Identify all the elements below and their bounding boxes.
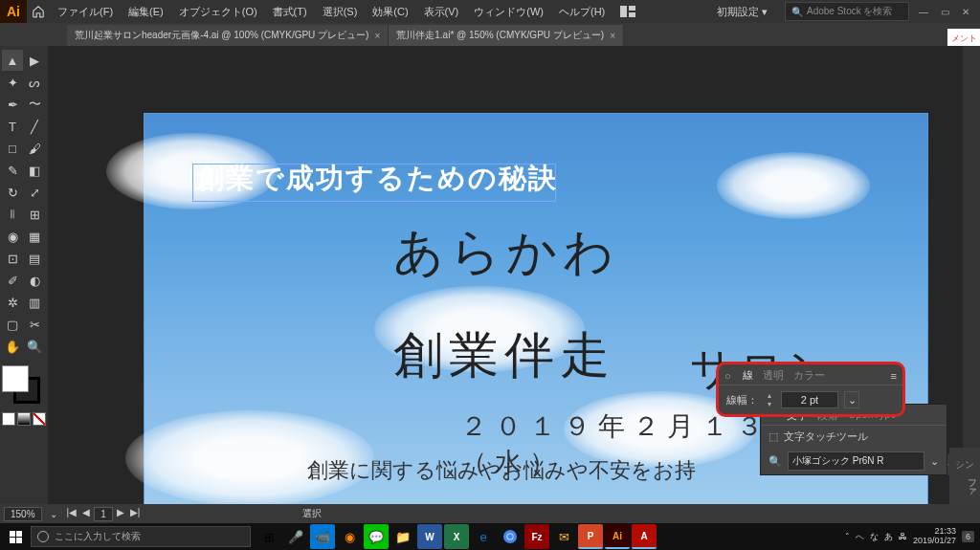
windows-search-input[interactable]: ここに入力して検索 [31,526,251,547]
type-tool[interactable]: T [2,116,23,137]
eraser-tool[interactable]: ◧ [24,160,45,181]
taskbar-app-edge[interactable]: e [471,524,496,549]
fill-swatch[interactable] [2,365,29,392]
menu-window[interactable]: ウィンドウ(W) [466,5,551,19]
home-icon[interactable] [27,0,50,23]
panel-menu-icon[interactable]: ≡ [891,370,897,382]
fill-stroke-swatches[interactable] [2,365,44,407]
free-transform-tool[interactable]: ⊞ [24,204,45,225]
artboard-prev[interactable]: ◀ [80,507,92,521]
color-mode-normal[interactable] [2,412,15,426]
tray-network-icon[interactable]: 🖧 [899,532,907,541]
taskbar-app-acrobat[interactable]: A [632,524,657,549]
taskbar-app-filezilla[interactable]: Fz [524,524,549,549]
subtitle-text[interactable]: 創業に関する悩みやお悩みや不安をお持 [307,456,696,485]
artboard-first[interactable]: |◀ [65,507,79,521]
chevron-down-icon[interactable]: ⌄ [930,455,939,468]
paintbrush-tool[interactable]: 🖌 [24,138,45,159]
taskbar-app-zoom[interactable]: 📹 [310,524,335,549]
shape-builder-tool[interactable]: ◉ [2,226,23,247]
graph-tool[interactable]: ▥ [24,292,45,313]
taskbar-app-illustrator[interactable]: Ai [605,524,630,549]
font-family-select[interactable]: 小塚ゴシック Pr6N R [788,451,924,471]
zoom-level[interactable]: 150% [4,507,42,521]
stroke-weight-input[interactable] [781,391,838,408]
maximize-button[interactable]: ▭ [934,3,955,20]
start-button[interactable] [0,523,31,550]
color-mode-gradient[interactable] [17,412,31,426]
menu-view[interactable]: 表示(V) [416,5,467,19]
line-tool[interactable]: ╱ [24,116,45,137]
rectangle-tool[interactable]: □ [2,138,23,159]
tray-ime-icon[interactable]: な [870,531,879,543]
selection-tool[interactable]: ▲ [2,50,23,71]
hand-tool[interactable]: ✋ [2,336,23,357]
artboard-number[interactable]: 1 [94,507,113,521]
blend-tool[interactable]: ◐ [24,270,45,291]
gradient-tool[interactable]: ▤ [24,248,45,269]
body-text-1[interactable]: あらかわ [393,219,619,286]
magic-wand-tool[interactable]: ✦ [2,72,23,93]
mic-icon[interactable]: 🎤 [283,524,308,549]
tab-close-icon[interactable]: × [374,31,380,41]
direct-selection-tool[interactable]: ▶ [24,50,45,71]
mesh-tool[interactable]: ⊡ [2,248,23,269]
document-tab-active[interactable]: 荒川伴走1.ai* @ 150% (CMYK/GPU プレビュー) × [389,25,624,46]
tab-close-icon[interactable]: × [610,31,615,41]
symbol-sprayer-tool[interactable]: ✲ [2,292,23,313]
curvature-tool[interactable]: 〜 [24,94,45,115]
taskbar-app-word[interactable]: W [417,524,442,549]
shaper-tool[interactable]: ✎ [2,160,23,181]
panel-tab-stroke[interactable]: 線 [743,368,753,383]
panel-tab-transparency[interactable]: 透明 [763,368,784,383]
menu-edit[interactable]: 編集(E) [121,5,171,19]
pen-tool[interactable]: ✒ [2,94,23,115]
zoom-dropdown-icon[interactable]: ⌄ [50,509,57,519]
eyedropper-tool[interactable]: ✐ [2,270,23,291]
tab-symbols[interactable]: シン [955,458,974,472]
artboard-next[interactable]: ▶ [115,507,126,521]
taskbar-app-powerpoint[interactable]: P [578,524,603,549]
taskbar-app-chrome[interactable] [498,524,523,549]
panel-tab-color[interactable]: カラー [793,368,825,383]
artboard-tool[interactable]: ▢ [2,314,23,335]
taskbar-app-thunderbird[interactable]: ✉ [551,524,576,549]
color-mode-none[interactable] [33,412,46,426]
width-tool[interactable]: ⫴ [2,204,23,225]
menu-help[interactable]: ヘルプ(H) [551,5,612,19]
rotate-tool[interactable]: ↻ [2,182,23,203]
notification-center[interactable]: 6 [962,531,974,542]
menu-select[interactable]: 選択(S) [315,5,366,19]
headline-text[interactable]: 創業で成功するための秘訣 [196,160,558,198]
zoom-tool[interactable]: 🔍 [24,336,45,357]
tray-chevron-up-icon[interactable]: ˄ [845,532,850,541]
minimize-button[interactable]: — [913,3,934,20]
stroke-weight-down[interactable]: ▼ [764,400,775,408]
artboard-last[interactable]: ▶| [128,507,143,521]
menu-file[interactable]: ファイル(F) [50,5,121,19]
slice-tool[interactable]: ✂ [24,314,45,335]
close-button[interactable]: ✕ [955,3,976,20]
scale-tool[interactable]: ⤢ [24,182,45,203]
menu-effect[interactable]: 効果(C) [365,5,415,19]
taskbar-clock[interactable]: 21:33 2019/01/27 [913,527,956,546]
perspective-tool[interactable]: ▦ [24,226,45,247]
workspace-dropdown[interactable]: 初期設定 ▾ [711,3,781,21]
taskbar-app-explorer[interactable]: 📁 [390,524,415,549]
taskbar-app-generic[interactable]: ◉ [337,524,362,549]
task-view-icon[interactable]: ⊞ [256,524,281,549]
right-panel-dock[interactable] [963,46,980,504]
tray-ime-icon[interactable]: へ [856,531,864,543]
taskbar-app-excel[interactable]: X [444,524,469,549]
document-tab[interactable]: 荒川起業サロンheader元画像-4.ai @ 100% (CMYK/GPU プ… [67,25,389,46]
stroke-weight-up[interactable]: ▲ [764,391,775,400]
arrange-docs-icon[interactable] [612,6,643,17]
stroke-weight-dropdown[interactable]: ⌄ [844,391,859,408]
touch-type-tool[interactable]: 文字タッチツール [784,429,868,444]
body-text-2[interactable]: 創業伴走 [393,322,615,389]
taskbar-app-line[interactable]: 💬 [364,524,389,549]
menu-type[interactable]: 書式(T) [265,5,315,19]
lasso-tool[interactable]: ᔕ [24,72,45,93]
stock-search-input[interactable]: 🔍 Adobe Stock を検索 [785,2,909,21]
tray-ime-icon[interactable]: あ [884,531,893,543]
